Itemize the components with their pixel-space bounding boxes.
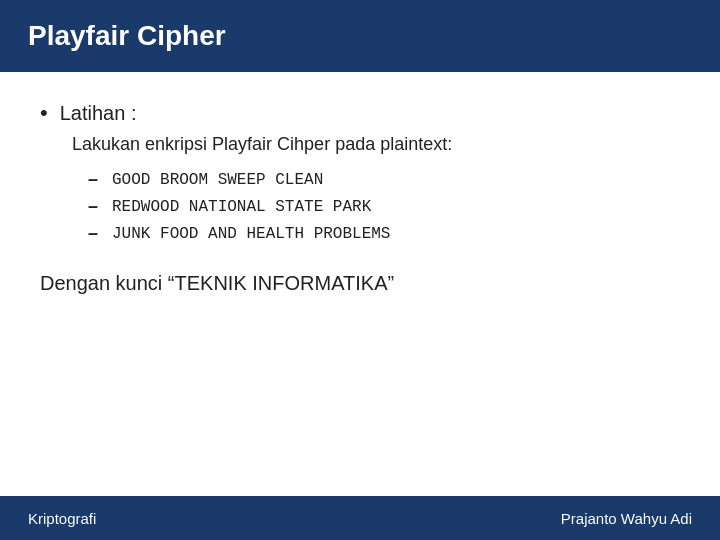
cipher-item-1: – GOOD BROOM SWEEP CLEAN [88,169,680,190]
page-title: Playfair Cipher [28,20,226,52]
footer-left: Kriptografi [28,510,96,527]
cipher-item-2: – REDWOOD NATIONAL STATE PARK [88,196,680,217]
latihan-label: Latihan : [60,102,137,125]
cipher-text-1: GOOD BROOM SWEEP CLEAN [112,171,323,189]
main-content: • Latihan : Lakukan enkripsi Playfair Ci… [0,72,720,496]
sub-label: Lakukan enkripsi Playfair Cihper pada pl… [72,134,680,155]
cipher-text-2: REDWOOD NATIONAL STATE PARK [112,198,371,216]
dash-1: – [88,169,98,190]
header: Playfair Cipher [0,0,720,72]
bullet-dot: • [40,100,48,126]
cipher-text-3: JUNK FOOD AND HEALTH PROBLEMS [112,225,390,243]
footer-right: Prajanto Wahyu Adi [561,510,692,527]
cipher-item-3: – JUNK FOOD AND HEALTH PROBLEMS [88,223,680,244]
footer: Kriptografi Prajanto Wahyu Adi [0,496,720,540]
bullet-label: • Latihan : [40,100,680,126]
dash-3: – [88,223,98,244]
kunci-line: Dengan kunci “TEKNIK INFORMATIKA” [40,272,680,295]
cipher-list: – GOOD BROOM SWEEP CLEAN – REDWOOD NATIO… [88,169,680,244]
dash-2: – [88,196,98,217]
